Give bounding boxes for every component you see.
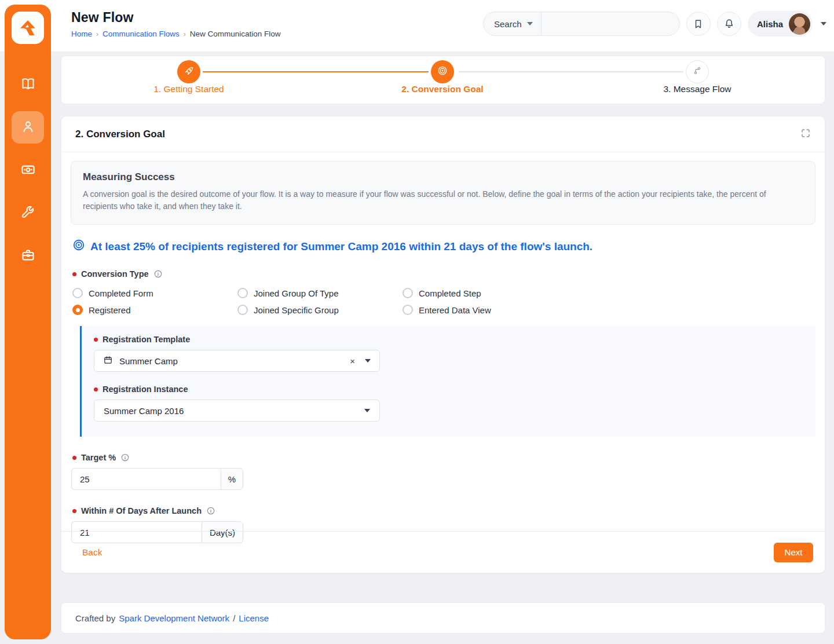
conversion-type-label: Conversion Type [81, 269, 149, 279]
sidebar [5, 5, 51, 639]
calendar-icon [103, 355, 113, 367]
expand-icon [800, 128, 811, 141]
sidebar-item-people[interactable] [12, 111, 44, 144]
briefcase-icon [20, 247, 36, 265]
chevron-down-icon[interactable] [365, 359, 371, 363]
chevron-down-icon[interactable] [364, 409, 370, 412]
sidebar-item-finance[interactable] [12, 154, 44, 186]
step-1-label[interactable]: 1. Getting Started [102, 84, 276, 94]
required-dot [94, 387, 98, 391]
info-box-title: Measuring Success [83, 171, 803, 183]
radio-label: Entered Data View [419, 305, 491, 315]
radio-registered[interactable]: Registered [72, 303, 237, 317]
radio-icon[interactable] [237, 288, 248, 298]
step-2-label[interactable]: 2. Conversion Goal [356, 84, 529, 94]
radio-label: Completed Step [419, 288, 481, 298]
info-icon[interactable] [153, 269, 163, 279]
search-scope-label[interactable]: Search [484, 19, 522, 29]
user-menu[interactable]: Alisha [748, 11, 813, 36]
site-footer: Crafted by Spark Development Network / L… [61, 602, 825, 634]
user-name: Alisha [757, 19, 783, 29]
goal-summary: At least 25% of recipients registered fo… [72, 239, 815, 254]
radio-icon[interactable] [403, 288, 413, 298]
footer-separator: / [233, 613, 235, 623]
radio-entered-data-view[interactable]: Entered Data View [403, 303, 568, 317]
expand-button[interactable] [800, 128, 811, 141]
registration-template-label-row: Registration Template [94, 335, 815, 344]
clear-icon[interactable]: × [350, 356, 355, 366]
wizard-stepper: 1. Getting Started 2. Conversion Goal 3.… [61, 56, 825, 104]
radio-label: Registered [89, 305, 131, 315]
back-button[interactable]: Back [82, 547, 102, 558]
info-box-body: A conversion goal is the desired outcome… [83, 188, 803, 213]
step-2-circle[interactable] [431, 60, 454, 83]
radio-label: Joined Group Of Type [254, 288, 338, 298]
target-percent-label: Target % [81, 453, 116, 462]
search-scope-caret-icon[interactable] [527, 22, 533, 25]
rock-logo[interactable] [12, 12, 44, 44]
search-input[interactable] [542, 13, 679, 35]
page: New Flow Home › Communication Flows › Ne… [0, 0, 834, 644]
percent-addon: % [221, 468, 243, 490]
sidebar-item-tools[interactable] [12, 197, 44, 229]
radio-icon-checked[interactable] [72, 305, 83, 315]
notifications-button[interactable] [717, 12, 741, 36]
license-link[interactable]: License [239, 613, 269, 623]
top-bar: New Flow Home › Communication Flows › Ne… [0, 0, 834, 52]
target-icon [72, 239, 85, 254]
rocket-icon [184, 65, 195, 79]
stepper-connector-todo [459, 71, 683, 72]
registration-instance-label-row: Registration Instance [94, 385, 815, 394]
days-after-launch-label: Within # Of Days After Launch [81, 506, 202, 515]
spark-development-network-link[interactable]: Spark Development Network [119, 613, 229, 623]
target-percent-label-row: Target % [72, 453, 815, 462]
sidebar-item-work[interactable] [12, 240, 44, 272]
registration-settings-block: Registration Template Summer Camp × Regi… [80, 326, 815, 437]
measuring-success-info-box: Measuring Success A conversion goal is t… [71, 161, 815, 225]
search-bar: Search [483, 12, 680, 36]
step-3-circle[interactable] [686, 60, 709, 83]
registration-template-picker[interactable]: Summer Camp × [94, 350, 380, 372]
required-dot [72, 456, 76, 460]
step-3-label[interactable]: 3. Message Flow [610, 84, 784, 94]
panel-footer: Back Next [61, 531, 825, 573]
radio-icon[interactable] [403, 305, 413, 315]
radio-completed-form[interactable]: Completed Form [72, 286, 237, 300]
radio-joined-specific-group[interactable]: Joined Specific Group [237, 303, 403, 317]
info-icon[interactable] [206, 506, 215, 515]
target-percent-input[interactable] [71, 468, 221, 490]
days-after-launch-label-row: Within # Of Days After Launch [72, 506, 815, 515]
radio-icon[interactable] [72, 288, 83, 298]
radio-icon[interactable] [237, 305, 248, 315]
chevron-down-icon[interactable] [821, 22, 826, 25]
required-dot [72, 509, 76, 513]
crafted-by-text: Crafted by [75, 613, 115, 623]
title-block: New Flow Home › Communication Flows › Ne… [71, 10, 281, 38]
info-icon[interactable] [120, 453, 130, 462]
breadcrumb-communication-flows[interactable]: Communication Flows [103, 30, 180, 38]
next-button[interactable]: Next [774, 543, 813, 562]
person-icon [20, 119, 36, 137]
required-dot [72, 272, 76, 276]
required-dot [94, 338, 98, 342]
breadcrumb-separator: › [184, 30, 186, 38]
radio-completed-step[interactable]: Completed Step [403, 286, 568, 300]
page-title: New Flow [71, 10, 281, 25]
step-1-circle[interactable] [177, 60, 200, 83]
sidebar-item-library[interactable] [12, 68, 44, 101]
registration-template-value: Summer Camp [119, 356, 178, 366]
breadcrumb-home[interactable]: Home [71, 30, 92, 38]
topbar-actions: Search Alisha [483, 11, 826, 36]
radio-label: Joined Specific Group [254, 305, 339, 315]
book-icon [20, 76, 36, 94]
radio-joined-group-of-type[interactable]: Joined Group Of Type [237, 286, 403, 300]
goal-summary-text: At least 25% of recipients registered fo… [90, 240, 592, 253]
avatar [789, 13, 810, 35]
wrench-icon [20, 204, 35, 222]
radio-column: Completed Form Registered [72, 286, 237, 317]
flow-branch-icon [692, 65, 703, 78]
registration-instance-select[interactable]: Summer Camp 2016 [94, 400, 380, 422]
conversion-goal-panel: 2. Conversion Goal Measuring Success A c… [61, 116, 825, 573]
bookmark-button[interactable] [686, 12, 711, 36]
conversion-type-label-row: Conversion Type [72, 269, 815, 279]
